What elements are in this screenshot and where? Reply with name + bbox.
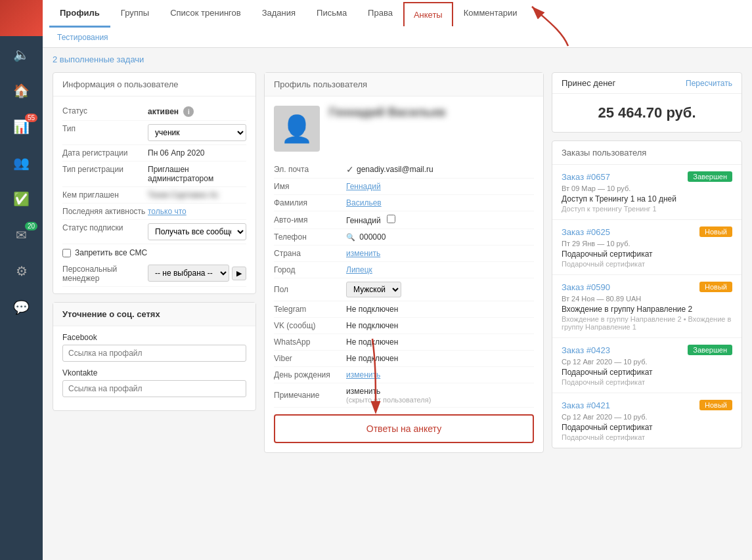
email-label: Эл. почта <box>274 165 346 174</box>
tab-trainings[interactable]: Список тренингов <box>160 0 252 28</box>
tab-profile[interactable]: Профиль <box>49 0 110 28</box>
social-nets-card: Уточнение о соц. сетях Facebook Vkontakt… <box>53 302 256 411</box>
tab-rights[interactable]: Права <box>357 0 403 28</box>
phone-icon: 🔍 <box>346 233 355 241</box>
gender-label: Пол <box>274 285 346 294</box>
telegram-value: Не подключен <box>346 305 534 314</box>
manager-label: Персональный менеджер <box>62 265 148 283</box>
status-label: Статус <box>62 106 148 116</box>
last-active-value[interactable]: только что <box>148 207 246 216</box>
type-row: Тип ученик администратор модератор <box>62 121 246 145</box>
order-sub-0590: Вхождение в группу Направление 2 • Вхожд… <box>562 315 732 331</box>
phone-row: Телефон 🔍 000000 <box>274 229 534 246</box>
auto-name-checkbox[interactable] <box>387 215 395 223</box>
country-label: Страна <box>274 249 346 258</box>
status-value: активен i <box>148 106 246 117</box>
birthday-label: День рождения <box>274 370 346 379</box>
tab-letters[interactable]: Письма <box>306 0 357 28</box>
answers-button[interactable]: Ответы на анкету <box>274 414 534 443</box>
vkontakte-input[interactable] <box>62 380 246 397</box>
manager-arrow-btn[interactable]: ▶ <box>232 267 246 280</box>
main-content: Профиль Группы Список тренингов Задания … <box>43 0 752 560</box>
note-change-link[interactable]: изменить <box>346 387 534 396</box>
order-num-0421[interactable]: Заказ #0421 <box>562 400 610 410</box>
facebook-input[interactable] <box>62 345 246 362</box>
viber-row: Viber Не подключен <box>274 351 534 367</box>
order-top-0590: Заказ #0590 Новый <box>562 282 732 292</box>
answers-section: Ответы на анкету <box>274 414 534 443</box>
sidebar-chat-icon[interactable]: 💬 <box>0 289 43 325</box>
reg-date-value: Пн 06 Апр 2020 <box>148 148 246 158</box>
sidebar-tasks-icon[interactable]: ✅ <box>0 181 43 217</box>
order-top-0421: Заказ #0421 Новый <box>562 400 732 410</box>
profile-avatar: 👤 <box>274 106 320 152</box>
order-badge-0423: Завершен <box>688 345 732 355</box>
surname-value[interactable]: Васильев <box>346 198 534 207</box>
sidebar-home-icon[interactable]: 🏠 <box>0 72 43 108</box>
viber-label: Viber <box>274 354 346 363</box>
vkontakte-field: Vkontakte <box>62 368 246 397</box>
tab-groups[interactable]: Группы <box>110 0 160 28</box>
money-amount: 25 464.70 руб. <box>552 94 741 132</box>
order-sub-0423: Подарочный сертификат <box>562 378 732 386</box>
sidebar-settings-icon[interactable]: ⚙ <box>0 253 43 289</box>
country-value[interactable]: изменить <box>346 249 534 258</box>
order-desc-0590: Вхождение в группу Направление 2 <box>562 305 732 314</box>
sidebar-mail-icon[interactable]: ✉ 20 <box>0 217 43 253</box>
chart-badge: 55 <box>25 114 37 122</box>
surname-row: Фамилия Васильев <box>274 195 534 211</box>
surname-label: Фамилия <box>274 198 346 207</box>
type-select[interactable]: ученик администратор модератор <box>148 124 246 141</box>
telegram-row: Telegram Не подключен <box>274 301 534 318</box>
manager-row: Персональный менеджер -- не выбрана -- ▶ <box>62 261 246 287</box>
note-row: Примечание изменить (скрыто от пользоват… <box>274 383 534 408</box>
sub-tab-testing[interactable]: Тестирования <box>49 30 116 45</box>
tab-tasks[interactable]: Задания <box>252 0 306 28</box>
table-row: Заказ #0590 Новый Вт 24 Ноя — 80.89 UAH … <box>552 275 741 338</box>
order-date-0423: Ср 12 Авг 2020 — 10 руб. <box>562 358 732 366</box>
status-info-icon[interactable]: i <box>183 106 194 117</box>
tab-comments[interactable]: Комментарии <box>453 0 528 28</box>
first-name-value[interactable]: Геннадий <box>346 182 534 191</box>
whatsapp-row: WhatsApp Не подключен <box>274 334 534 351</box>
last-active-row: Последняя активность только что <box>62 204 246 220</box>
tab-surveys[interactable]: Анкеты <box>403 2 453 26</box>
invited-row: Кем приглашен Тоник Сартомно Ас <box>62 187 246 204</box>
note-label: Примечание <box>274 391 346 400</box>
order-num-0423[interactable]: Заказ #0423 <box>562 345 610 355</box>
orders-header: Заказы пользователя <box>552 141 741 165</box>
city-value[interactable]: Липецк <box>346 265 534 274</box>
subscription-row: Статус подписки Получать все сообщения Н… <box>62 220 246 244</box>
block-sms-row: Запретить все СМС <box>62 244 246 261</box>
user-avatar <box>0 0 43 36</box>
order-num-0590[interactable]: Заказ #0590 <box>562 282 610 292</box>
subscription-value: Получать все сообщения Не получать Тольк… <box>148 223 246 240</box>
col-right: Принес денег Пересчитать 25 464.70 руб. … <box>552 72 742 453</box>
money-header: Принес денег Пересчитать <box>552 73 741 94</box>
gender-select[interactable]: Мужской Женский <box>346 282 401 297</box>
auto-name-value: Геннадий <box>346 215 534 225</box>
order-sub-0421: Подарочный сертификат <box>562 433 732 441</box>
subscription-select[interactable]: Получать все сообщения Не получать Тольк… <box>148 223 246 240</box>
invited-label: Кем приглашен <box>62 190 148 200</box>
profile-card-title: Профиль пользователя <box>265 73 543 97</box>
tasks-link[interactable]: 2 выполненные задачи <box>53 54 144 64</box>
social-nets-title: Уточнение о соц. сетях <box>53 303 255 326</box>
order-num-0625[interactable]: Заказ #0625 <box>562 227 610 237</box>
block-sms-checkbox[interactable] <box>62 249 71 257</box>
sidebar-sound-icon[interactable]: 🔈 <box>0 36 43 72</box>
profile-name: Геннадий Васильев <box>329 106 534 119</box>
facebook-field: Facebook <box>62 333 246 362</box>
sidebar-chart-icon[interactable]: 📊 55 <box>0 108 43 144</box>
phone-value: 🔍 000000 <box>346 232 534 242</box>
sidebar-users-icon[interactable]: 👥 <box>0 144 43 181</box>
avatar-person-icon: 👤 <box>280 114 313 144</box>
order-num-0657[interactable]: Заказ #0657 <box>562 172 610 182</box>
recalc-link[interactable]: Пересчитать <box>686 79 732 88</box>
top-nav: Профиль Группы Список тренингов Задания … <box>43 0 752 48</box>
order-badge-0625: Новый <box>699 226 732 237</box>
manager-select[interactable]: -- не выбрана -- <box>148 265 229 282</box>
col-left: Информация о пользователе Статус активен… <box>53 72 256 453</box>
birthday-value[interactable]: изменить <box>346 370 534 379</box>
vkontakte-label: Vkontakte <box>62 368 246 377</box>
